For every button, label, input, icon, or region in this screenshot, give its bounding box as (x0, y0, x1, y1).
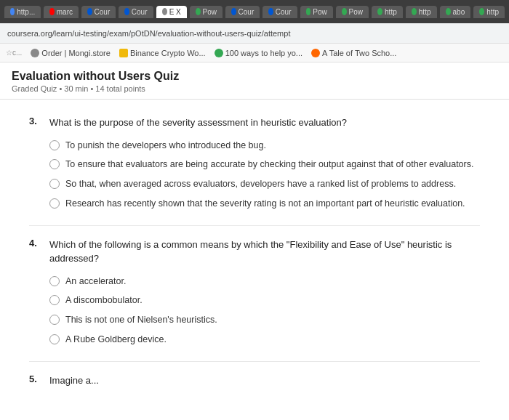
tab-icon-google (10, 8, 15, 15)
tab-6[interactable]: Pow (190, 6, 223, 18)
tab-label: Cour (132, 8, 148, 16)
option-text-4-4: A Rube Goldberg device. (65, 333, 167, 347)
address-bar[interactable]: coursera.org/learn/ui-testing/exam/pOtDN… (0, 23, 509, 44)
bookmarks-label: ☆c... (6, 49, 22, 57)
tab-label: marc (57, 8, 73, 16)
option-4-3[interactable]: This is not one of Nielsen's heuristics. (49, 313, 480, 327)
tab-9[interactable]: Pow (300, 6, 333, 18)
tab-7[interactable]: Cour (225, 6, 260, 18)
tab-5-active[interactable]: E X (156, 6, 187, 18)
bookmark-tale-label: A Tale of Two Scho... (322, 49, 396, 57)
tab-label: Cour (276, 8, 292, 16)
question-block-5-partial: 5. Imagine a... (0, 365, 509, 405)
option-text-4-1: An accelerator. (65, 275, 126, 288)
tab-10[interactable]: Pow (336, 6, 369, 18)
address-text: coursera.org/learn/ui-testing/exam/pOtDN… (7, 29, 290, 38)
tab-label: Cour (239, 8, 254, 16)
tab-icon-shield (342, 8, 347, 15)
tab-2[interactable]: marc (44, 6, 79, 18)
bookmark-100ways[interactable]: 100 ways to help yo... (215, 49, 302, 57)
question-block-4: 4. Which of the following is a common me… (0, 229, 509, 355)
bookmarks-bar: ☆c... Order | Mongi.store Binance Crypto… (0, 44, 509, 62)
option-text-3-3: So that, when averaged across evaluators… (65, 177, 456, 191)
radio-4-1[interactable] (49, 276, 60, 286)
bookmark-tale[interactable]: A Tale of Two Scho... (311, 49, 396, 57)
radio-3-2[interactable] (49, 159, 60, 169)
option-3-2[interactable]: To ensure that evaluators are being accu… (49, 158, 480, 171)
option-text-3-1: To punish the developers who introduced … (65, 139, 266, 153)
divider-4-5 (29, 361, 480, 362)
tab-icon-shield (196, 8, 201, 15)
question-header-5: 5. Imagine a... (29, 373, 480, 388)
radio-4-4[interactable] (49, 334, 60, 344)
tab-icon-ext (162, 8, 167, 15)
tab-icon-shield (377, 8, 382, 15)
option-text-3-4: Research has recently shown that the sev… (65, 197, 465, 211)
tab-3[interactable]: Cour (81, 6, 116, 18)
option-3-4[interactable]: Research has recently shown that the sev… (49, 197, 480, 211)
radio-4-2[interactable] (49, 295, 60, 305)
tab-icon-coursera (268, 8, 273, 15)
radio-3-3[interactable] (49, 179, 60, 189)
question-block-3: 3. What is the purpose of the severity a… (0, 107, 509, 219)
tab-icon-shield (446, 8, 451, 15)
tab-icon-coursera (124, 8, 129, 15)
question-header-4: 4. Which of the following is a common me… (29, 238, 480, 266)
radio-3-4[interactable] (49, 198, 60, 209)
question-text-4: Which of the following is a common means… (49, 238, 480, 266)
option-text-3-2: To ensure that evaluators are being accu… (65, 158, 473, 171)
tab-label: http (486, 8, 499, 16)
tab-label: abo (453, 8, 465, 16)
bookmark-100ways-label: 100 ways to help yo... (225, 49, 302, 57)
tab-4[interactable]: Cour (119, 6, 153, 18)
tab-1[interactable]: http... (4, 6, 41, 18)
options-list-3: To punish the developers who introduced … (29, 139, 480, 211)
tab-14[interactable]: http (473, 6, 505, 18)
radio-4-3[interactable] (49, 315, 60, 325)
tab-12[interactable]: http (406, 6, 437, 18)
question-number-4: 4. (29, 238, 44, 266)
page-title: Evaluation without Users Quiz (12, 70, 497, 83)
option-3-3[interactable]: So that, when averaged across evaluators… (49, 177, 480, 191)
bookmark-order-label: Order | Mongi.store (41, 49, 111, 57)
question-text-3: What is the purpose of the severity asse… (49, 116, 347, 130)
tab-label: http (385, 8, 397, 16)
divider-3-4 (29, 225, 480, 226)
tab-11[interactable]: http (372, 6, 403, 18)
tab-icon-coursera (231, 8, 236, 15)
bookmark-binance[interactable]: Binance Crypto Wo... (119, 49, 206, 57)
tab-icon-shield (479, 8, 484, 15)
option-3-1[interactable]: To punish the developers who introduced … (49, 139, 480, 153)
option-4-4[interactable]: A Rube Goldberg device. (49, 333, 480, 347)
page-header: Evaluation without Users Quiz Graded Qui… (0, 62, 509, 100)
tab-icon-coursera (87, 8, 92, 15)
tab-label: Pow (313, 8, 326, 16)
bookmark-binance-label: Binance Crypto Wo... (130, 49, 206, 57)
question-text-5: Imagine a... (49, 373, 99, 388)
quiz-content: 3. What is the purpose of the severity a… (0, 100, 509, 418)
bookmark-order[interactable]: Order | Mongi.store (31, 49, 111, 57)
tab-icon-yt (49, 8, 55, 15)
options-list-4: An accelerator. A discombobulator. This … (29, 275, 480, 347)
tab-icon-shield (412, 8, 417, 15)
question-header-3: 3. What is the purpose of the severity a… (29, 116, 480, 130)
radio-3-1[interactable] (49, 140, 60, 150)
option-text-4-3: This is not one of Nielsen's heuristics. (65, 313, 217, 327)
tab-13[interactable]: abo (440, 6, 471, 18)
question-number-3: 3. (29, 116, 44, 130)
tab-label: http... (17, 8, 35, 16)
question-number-5: 5. (29, 373, 44, 388)
browser-top-bar: http... marc Cour Cour E X Pow Cour Cour… (0, 0, 509, 23)
order-icon (31, 49, 39, 57)
option-4-1[interactable]: An accelerator. (49, 275, 480, 288)
tab-label: http (419, 8, 431, 16)
option-4-2[interactable]: A discombobulator. (49, 294, 480, 307)
100ways-icon (215, 49, 223, 57)
page-subtitle: Graded Quiz • 30 min • 14 total points (12, 84, 497, 93)
tab-label: Cour (95, 8, 111, 16)
tale-icon (311, 49, 320, 57)
option-text-4-2: A discombobulator. (65, 294, 143, 307)
tab-label: E X (169, 8, 181, 16)
tab-icon-shield (306, 8, 311, 15)
tab-8[interactable]: Cour (262, 6, 297, 18)
